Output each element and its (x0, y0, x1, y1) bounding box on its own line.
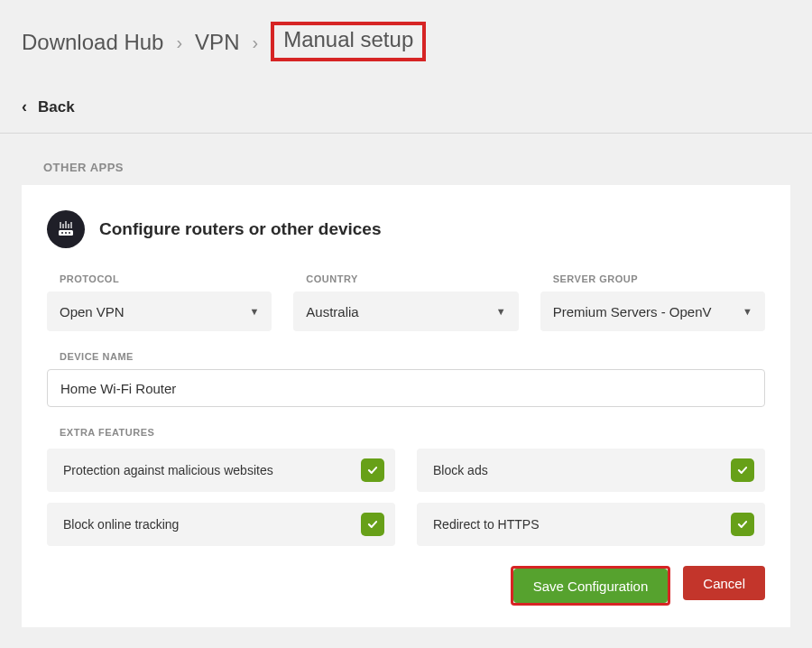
protocol-value: Open VPN (60, 304, 125, 319)
check-icon (366, 518, 379, 531)
breadcrumb-item-download-hub[interactable]: Download Hub (22, 30, 163, 55)
check-icon (736, 518, 749, 531)
check-icon (366, 464, 379, 477)
chevron-left-icon: ‹ (22, 97, 27, 116)
save-configuration-button[interactable]: Save Configuration (513, 569, 669, 603)
feature-block-tracking: Block online tracking (47, 503, 395, 546)
feature-label: Block online tracking (63, 517, 179, 532)
caret-down-icon: ▼ (743, 306, 752, 317)
back-button[interactable]: ‹ Back (0, 79, 812, 134)
breadcrumb-separator: › (176, 32, 182, 53)
feature-checkbox[interactable] (361, 513, 384, 536)
extra-features-label: EXTRA FEATURES (60, 427, 765, 438)
protocol-label: PROTOCOL (60, 273, 272, 284)
country-value: Australia (306, 304, 358, 319)
card-header: Configure routers or other devices (47, 210, 765, 248)
section-label: OTHER APPS (0, 161, 812, 185)
svg-point-3 (69, 232, 70, 234)
caret-down-icon: ▼ (249, 306, 259, 317)
breadcrumb-item-vpn[interactable]: VPN (195, 30, 239, 55)
svg-point-2 (65, 232, 67, 234)
country-select[interactable]: Australia ▼ (293, 292, 518, 331)
server-group-value: Premium Servers - OpenV (553, 304, 712, 319)
device-name-label: DEVICE NAME (60, 351, 765, 362)
caret-down-icon: ▼ (496, 306, 506, 317)
breadcrumb-item-manual-setup[interactable]: Manual setup (271, 22, 426, 61)
feature-checkbox[interactable] (731, 513, 754, 536)
feature-checkbox[interactable] (731, 458, 754, 482)
router-icon (47, 210, 85, 248)
feature-checkbox[interactable] (361, 458, 384, 482)
feature-label: Block ads (433, 463, 488, 477)
back-label: Back (38, 98, 75, 116)
country-label: COUNTRY (306, 273, 518, 284)
feature-redirect-https: Redirect to HTTPS (417, 503, 765, 546)
feature-malicious-protection: Protection against malicious websites (47, 449, 395, 492)
breadcrumb-separator: › (252, 32, 258, 53)
server-group-label: SERVER GROUP (553, 273, 765, 284)
feature-block-ads: Block ads (417, 449, 765, 492)
device-name-input[interactable] (47, 369, 765, 407)
feature-label: Redirect to HTTPS (433, 517, 539, 532)
feature-label: Protection against malicious websites (63, 463, 273, 477)
check-icon (736, 464, 749, 477)
protocol-select[interactable]: Open VPN ▼ (47, 292, 272, 331)
card-title: Configure routers or other devices (99, 219, 382, 239)
server-group-select[interactable]: Premium Servers - OpenV ▼ (540, 292, 765, 331)
breadcrumb: Download Hub › VPN › Manual setup (0, 0, 812, 79)
svg-point-1 (61, 232, 63, 234)
cancel-button[interactable]: Cancel (683, 566, 765, 600)
config-card: Configure routers or other devices PROTO… (22, 185, 790, 627)
